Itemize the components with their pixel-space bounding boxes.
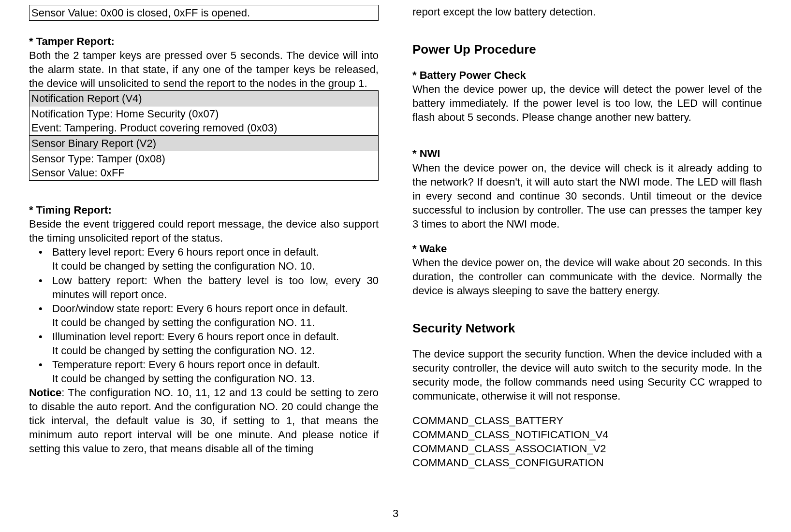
security-network-body: The device support the security function… (412, 347, 762, 403)
command-class-item: COMMAND_CLASS_BATTERY (412, 414, 762, 428)
security-network-heading: Security Network (412, 320, 762, 336)
list-item: Temperature report: Every 6 hours report… (52, 358, 379, 386)
sensor-value-line: Sensor Value: 0xFF (31, 166, 376, 180)
notice-body: : The configuration NO. 10, 11, 12 and 1… (29, 387, 379, 455)
timing-report-heading: * Timing Report: (29, 203, 379, 217)
bullet-text: Door/window state report: Every 6 hours … (52, 302, 348, 315)
bullet-subtext: It could be changed by setting the confi… (52, 345, 315, 357)
command-class-list: COMMAND_CLASS_BATTERY COMMAND_CLASS_NOTI… (412, 414, 762, 470)
page-columns: Sensor Value: 0x00 is closed, 0xFF is op… (29, 5, 762, 503)
sensor-value-cell: Sensor Value: 0x00 is closed, 0xFF is op… (29, 5, 379, 21)
list-item: Door/window state report: Every 6 hours … (52, 302, 379, 330)
nwi-body: When the device power on, the device wil… (412, 161, 762, 231)
continuation-text: report except the low battery detection. (412, 5, 762, 19)
command-class-item: COMMAND_CLASS_NOTIFICATION_V4 (412, 428, 762, 442)
sensor-binary-header: Sensor Binary Report (V2) (29, 136, 379, 151)
notice-label: Notice (29, 387, 61, 399)
tamper-report-table: Notification Report (V4) Notification Ty… (29, 90, 379, 181)
sensor-value-table: Sensor Value: 0x00 is closed, 0xFF is op… (29, 5, 379, 21)
page-number: 3 (29, 506, 762, 520)
list-item: Illumination level report: Every 6 hours… (52, 330, 379, 358)
notification-report-detail: Notification Type: Home Security (0x07) … (29, 106, 379, 136)
bullet-subtext: It could be changed by setting the confi… (52, 260, 315, 272)
wake-heading: * Wake (412, 242, 762, 256)
bullet-subtext: It could be changed by setting the confi… (52, 316, 315, 329)
bullet-text: Temperature report: Every 6 hours report… (52, 359, 320, 371)
bullet-text: Illumination level report: Every 6 hours… (52, 331, 339, 343)
power-up-heading: Power Up Procedure (412, 41, 762, 58)
list-item: Battery level report: Every 6 hours repo… (52, 245, 379, 273)
sensor-type-line: Sensor Type: Tamper (0x08) (31, 152, 376, 166)
notice-paragraph: Notice: The configuration NO. 10, 11, 12… (29, 386, 379, 456)
battery-check-body: When the device power up, the device wil… (412, 82, 762, 124)
wake-body: When the device power on, the device wil… (412, 256, 762, 298)
battery-check-heading: * Battery Power Check (412, 68, 762, 82)
notification-report-header: Notification Report (V4) (29, 91, 379, 106)
list-item: Low battery report: When the battery lev… (52, 273, 379, 302)
timing-report-body: Beside the event triggered could report … (29, 217, 379, 245)
bullet-subtext: It could be changed by setting the confi… (52, 373, 315, 385)
timing-report-list: Battery level report: Every 6 hours repo… (29, 245, 379, 385)
nwi-heading: * NWI (412, 146, 762, 160)
bullet-text: Low battery report: When the battery lev… (52, 274, 379, 301)
sensor-binary-detail: Sensor Type: Tamper (0x08) Sensor Value:… (29, 151, 379, 181)
left-column: Sensor Value: 0x00 is closed, 0xFF is op… (29, 5, 379, 503)
tamper-report-body: Both the 2 tamper keys are pressed over … (29, 48, 379, 90)
notification-type-line: Notification Type: Home Security (0x07) (31, 107, 376, 121)
tamper-report-heading: * Tamper Report: (29, 34, 379, 48)
notification-event-line: Event: Tampering. Product covering remov… (31, 121, 376, 135)
command-class-item: COMMAND_CLASS_ASSOCIATION_V2 (412, 442, 762, 456)
bullet-text: Battery level report: Every 6 hours repo… (52, 246, 319, 258)
right-column: report except the low battery detection.… (412, 5, 762, 503)
command-class-item: COMMAND_CLASS_CONFIGURATION (412, 456, 762, 470)
